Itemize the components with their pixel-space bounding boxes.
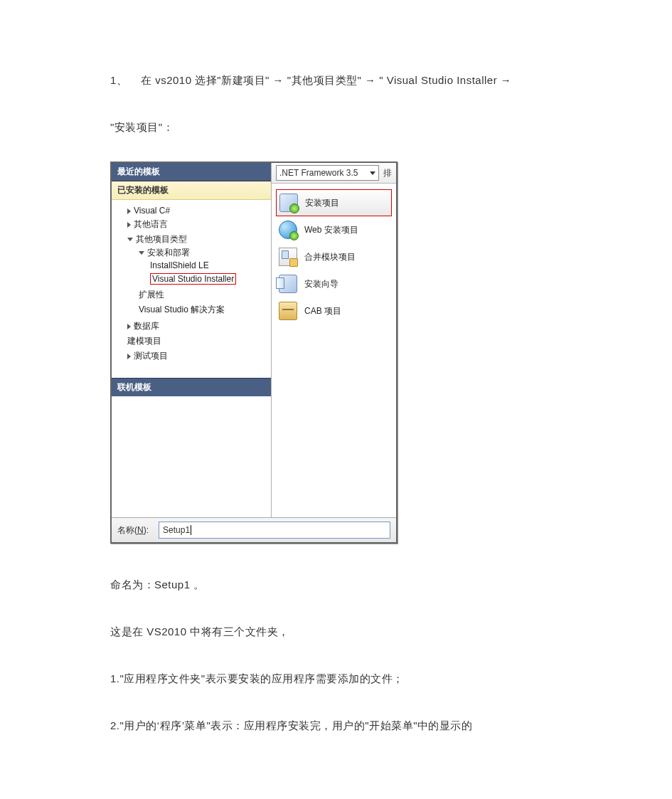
p1-seg2: "其他项目类型" [287, 74, 362, 86]
tree-label: InstallShield LE [150, 260, 209, 270]
recent-templates-header: 最近的模板 [112, 163, 271, 181]
paragraph-2: "安装项目"： [110, 115, 580, 140]
tree-node-vs-solution[interactable]: Visual Studio 解决方案 [139, 302, 268, 317]
list-number: 1、 [110, 74, 127, 86]
chevron-down-icon [127, 238, 133, 241]
paragraph-4: 这是在 VS2010 中将有三个文件夹， [110, 619, 580, 645]
template-label: 安装项目 [305, 197, 339, 209]
template-setup-project[interactable]: 安装项目 [276, 189, 392, 216]
chevron-right-icon [127, 222, 131, 228]
tree-label: 扩展性 [139, 290, 164, 300]
arrow-icon: → [273, 74, 284, 86]
merge-module-icon [279, 248, 297, 266]
chevron-down-icon [370, 171, 375, 175]
template-tree-pane: 最近的模板 已安装的模板 Visual C# 其他语言 其他项目类型 安装和部署… [112, 163, 272, 517]
template-web-setup[interactable]: Web 安装项目 [276, 216, 392, 243]
tree-node-vs-installer[interactable]: Visual Studio Installer [150, 272, 268, 286]
template-tree[interactable]: Visual C# 其他语言 其他项目类型 安装和部署 InstallShiel… [112, 200, 271, 378]
tree-label: 建模项目 [127, 336, 161, 346]
cab-project-icon [279, 302, 297, 320]
highlighted-selection: Visual Studio Installer [150, 273, 236, 285]
template-setup-wizard[interactable]: 安装向导 [276, 270, 392, 297]
paragraph-5: 1."应用程序文件夹"表示要安装的应用程序需要添加的文件； [110, 666, 580, 692]
setup-wizard-icon [279, 275, 297, 293]
document-page: 1、 在 vs2010 选择"新建项目" → "其他项目类型" → " Visu… [0, 0, 672, 799]
name-label-key: N [137, 525, 144, 535]
arrow-icon: → [501, 74, 512, 86]
setup-project-icon [279, 194, 298, 212]
web-setup-icon [279, 221, 297, 239]
online-templates-header: 联机模板 [112, 378, 271, 396]
p1-seg3: " Visual Studio Installer [379, 74, 497, 86]
template-label: 合并模块项目 [304, 251, 356, 263]
project-name-input[interactable]: Setup1 [159, 522, 390, 539]
tree-node-installshield[interactable]: InstallShield LE [150, 259, 268, 272]
chevron-right-icon [127, 324, 131, 329]
framework-value: .NET Framework 3.5 [279, 168, 358, 178]
name-label-pre: 名称( [117, 525, 137, 535]
tree-node-database[interactable]: 数据库 [127, 319, 268, 334]
tree-label: 测试项目 [134, 351, 168, 361]
dialog-body: 最近的模板 已安装的模板 Visual C# 其他语言 其他项目类型 安装和部署… [112, 163, 396, 517]
template-cab-project[interactable]: CAB 项目 [276, 297, 392, 324]
tree-node-visual-csharp[interactable]: Visual C# [127, 204, 268, 217]
dialog-bottom-bar: 名称(N): Setup1 [112, 517, 396, 542]
tree-label: 其他项目类型 [136, 234, 187, 244]
tree-label: 其他语言 [134, 219, 168, 229]
template-list-pane: .NET Framework 3.5 排 安装项目 Web 安装项目 [272, 163, 396, 517]
tree-spacer [112, 396, 271, 517]
tree-node-modeling[interactable]: 建模项目 [127, 334, 268, 349]
tree-label: 数据库 [134, 321, 159, 331]
tree-node-setup-deployment[interactable]: 安装和部署 InstallShield LE Visual Studio Ins… [139, 245, 268, 287]
tree-node-extensibility[interactable]: 扩展性 [139, 287, 268, 302]
paragraph-1: 1、 在 vs2010 选择"新建项目" → "其他项目类型" → " Visu… [110, 68, 580, 93]
template-label: Web 安装项目 [304, 224, 358, 236]
tree-label: Visual Studio Installer [152, 274, 234, 284]
chevron-right-icon [127, 354, 131, 359]
tree-node-other-languages[interactable]: 其他语言 [127, 217, 268, 232]
paragraph-3: 命名为：Setup1 。 [110, 572, 580, 598]
sort-trail-text: 排 [383, 167, 392, 179]
template-label: CAB 项目 [304, 305, 341, 317]
template-label: 安装向导 [304, 278, 338, 290]
tree-node-other-project-types[interactable]: 其他项目类型 安装和部署 InstallShield LE Visual Stu… [127, 232, 268, 319]
framework-dropdown[interactable]: .NET Framework 3.5 [276, 165, 379, 181]
tree-node-test[interactable]: 测试项目 [127, 349, 268, 364]
template-merge-module[interactable]: 合并模块项目 [276, 243, 392, 270]
tree-label: 安装和部署 [147, 248, 190, 258]
chevron-down-icon [139, 251, 144, 255]
name-input-value: Setup1 [163, 525, 190, 535]
template-list: 安装项目 Web 安装项目 合并模块项目 安装向导 [272, 184, 396, 330]
installed-templates-header: 已安装的模板 [112, 181, 271, 200]
tree-label: Visual Studio 解决方案 [139, 305, 225, 314]
name-label-post: ): [144, 525, 149, 535]
text-cursor-icon [191, 525, 191, 535]
chevron-right-icon [127, 208, 131, 214]
tree-label: Visual C# [134, 206, 170, 216]
p2-text: "安装项目"： [110, 121, 174, 133]
paragraph-6: 2."用户的‘程序’菜单"表示：应用程序安装完，用户的"开始菜单"中的显示的 [110, 713, 580, 739]
framework-toolbar: .NET Framework 3.5 排 [272, 163, 396, 184]
arrow-icon: → [365, 74, 376, 86]
name-label: 名称(N): [117, 524, 149, 536]
p1-seg1: 在 vs2010 选择"新建项目" [141, 74, 270, 86]
new-project-dialog: 最近的模板 已安装的模板 Visual C# 其他语言 其他项目类型 安装和部署… [110, 162, 398, 544]
